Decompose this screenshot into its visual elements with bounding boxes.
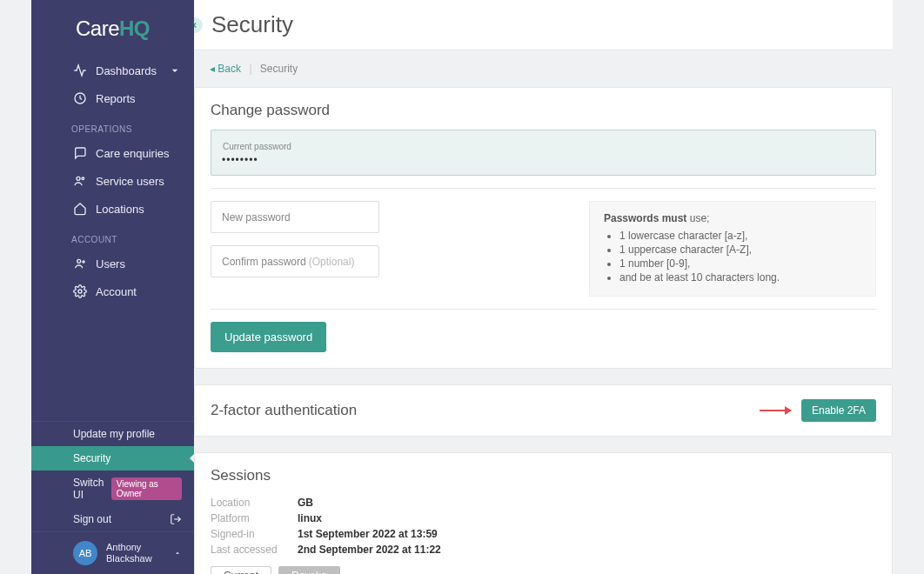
caret-up-icon xyxy=(173,549,182,557)
page-title: Security xyxy=(211,11,293,38)
sidebar-item-label: Dashboards xyxy=(96,64,157,77)
panel-title: Sessions xyxy=(195,453,892,495)
svg-point-1 xyxy=(77,177,80,180)
field-label: Current password xyxy=(220,142,294,151)
sidebar-item-users[interactable]: Users xyxy=(31,250,194,277)
avatar: AB xyxy=(73,541,97,565)
session-row: Location GB xyxy=(211,495,876,511)
main: Security ◂ Back | Security Change passwo… xyxy=(194,0,924,574)
user-menu[interactable]: AB Anthony Blackshaw xyxy=(31,531,194,574)
sign-out-icon xyxy=(170,513,182,525)
divider xyxy=(211,188,876,189)
session-current-button[interactable]: Current xyxy=(211,566,271,574)
session-row: Signed-in 1st September 2022 at 13:59 xyxy=(211,526,876,542)
enable-2fa-button[interactable]: Enable 2FA xyxy=(801,399,876,422)
sidebar-item-label: Account xyxy=(96,285,137,298)
section-label-account: ACCOUNT xyxy=(30,223,194,250)
svg-point-2 xyxy=(82,177,84,180)
sidebar-item-label: Service users xyxy=(96,175,164,188)
section-label-operations: OPERATIONS xyxy=(30,112,194,139)
twofa-panel: 2-factor authentication Enable 2FA xyxy=(194,384,893,437)
sidebar-item-dashboards[interactable]: Dashboards xyxy=(31,57,194,84)
bottom-nav: Update my profile Security Switch UI Vie… xyxy=(31,421,194,531)
panel-title: Change password xyxy=(195,88,892,130)
field-label: New password xyxy=(222,211,291,224)
gear-icon xyxy=(73,284,87,298)
sidebar-item-label: Care enquiries xyxy=(96,147,170,160)
sidebar-item-label: Locations xyxy=(96,203,144,216)
panel-title: 2-factor authentication xyxy=(211,402,357,419)
logo-text-1: Care xyxy=(76,17,119,40)
new-password-field[interactable]: New password xyxy=(211,201,379,233)
sidebar-item-update-profile[interactable]: Update my profile xyxy=(31,422,194,446)
field-label: Confirm password xyxy=(222,256,306,268)
sidebar-item-account[interactable]: Account xyxy=(31,277,194,305)
app-root: CareHQ Dashboards Reports OPERATIONS Car… xyxy=(0,0,924,574)
field-value: •••••••• xyxy=(222,154,258,166)
sidebar-item-locations[interactable]: Locations xyxy=(31,195,194,223)
breadcrumb-back[interactable]: ◂ Back xyxy=(210,63,241,75)
arrow-indicator-icon xyxy=(760,410,791,411)
content: ◂ Back | Security Change password Curren… xyxy=(194,50,893,574)
sidebar-item-care-enquiries[interactable]: Care enquiries xyxy=(31,139,194,167)
current-password-field[interactable]: Current password •••••••• xyxy=(211,130,876,176)
clock-icon xyxy=(73,91,87,105)
sidebar-item-security[interactable]: Security xyxy=(31,446,194,471)
user-plus-icon xyxy=(73,257,87,270)
sidebar-item-service-users[interactable]: Service users xyxy=(31,167,194,195)
sidebar-item-switch-ui[interactable]: Switch UI Viewing as Owner xyxy=(31,471,194,507)
sessions-panel: Sessions Location GB Platform linux Sign… xyxy=(194,452,893,574)
activity-icon xyxy=(73,63,87,77)
user-name: Anthony Blackshaw xyxy=(106,542,152,564)
breadcrumb-current: Security xyxy=(260,63,298,75)
back-button[interactable] xyxy=(194,17,203,33)
session-row: Platform linux xyxy=(211,511,876,526)
svg-point-3 xyxy=(77,259,81,263)
viewing-as-badge: Viewing as Owner xyxy=(111,477,182,500)
page-header: Security xyxy=(194,0,893,50)
password-requirements: Passwords must use; 1 lowercase characte… xyxy=(589,201,876,297)
breadcrumb: ◂ Back | Security xyxy=(194,50,893,87)
sidebar: CareHQ Dashboards Reports OPERATIONS Car… xyxy=(0,0,194,574)
optional-label: (Optional) xyxy=(309,256,355,268)
session-revoke-button[interactable]: Revoke xyxy=(278,566,340,574)
logo-block-outer: CareHQ xyxy=(0,0,194,57)
nav: Dashboards Reports OPERATIONS Care enqui… xyxy=(0,57,194,574)
chat-icon xyxy=(73,146,87,160)
divider xyxy=(211,309,876,310)
logo-text-2: HQ xyxy=(119,17,150,40)
svg-point-6 xyxy=(78,290,82,293)
logo[interactable]: CareHQ xyxy=(31,0,194,57)
nav-spacer xyxy=(31,305,194,421)
change-password-panel: Change password Current password •••••••… xyxy=(194,87,893,369)
confirm-password-field[interactable]: Confirm password(Optional) xyxy=(211,245,379,277)
sidebar-item-sign-out[interactable]: Sign out xyxy=(31,507,194,531)
home-icon xyxy=(73,202,87,216)
chevron-left-icon xyxy=(194,21,199,30)
sidebar-item-label: Reports xyxy=(96,92,136,105)
sidebar-item-label: Users xyxy=(96,257,125,270)
caret-down-icon xyxy=(168,63,182,77)
sidebar-item-reports[interactable]: Reports xyxy=(31,84,194,112)
update-password-button[interactable]: Update password xyxy=(211,322,326,352)
users-icon xyxy=(73,174,87,188)
session-row: Last accessed 2nd September 2022 at 11:2… xyxy=(211,542,876,557)
